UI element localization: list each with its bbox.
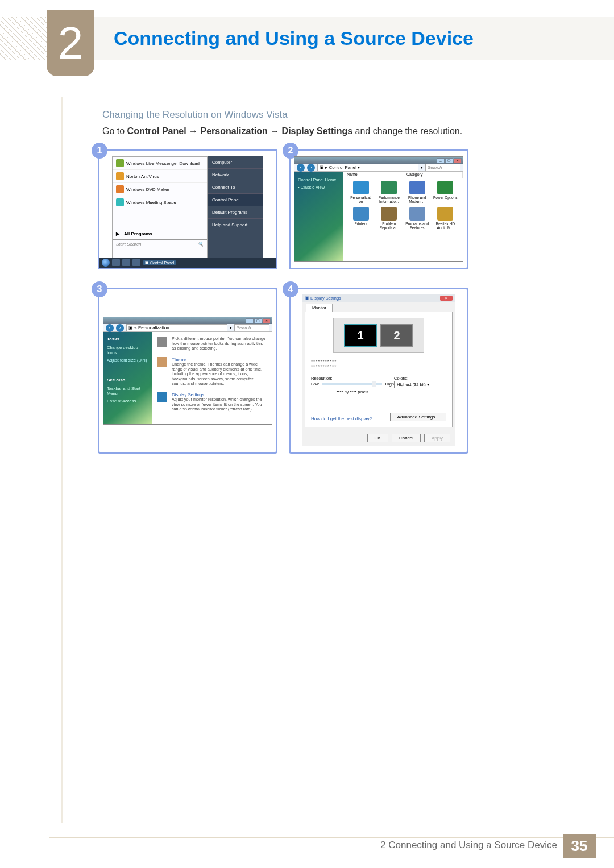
col-name[interactable]: Name (343, 172, 403, 178)
figure-grid: 1 Windows Live Messenger DownloadNorton … (98, 149, 468, 454)
best-display-link[interactable]: How do I get the best display? (311, 416, 372, 421)
figure-2: 2 _ ▢ × ‹ › ▣ ▸ Control Panel ▸ ▾ Search… (289, 149, 468, 269)
personalization-block[interactable]: ThemeChange the theme. Themes can change… (157, 357, 267, 387)
minimize-button[interactable]: _ (437, 158, 445, 163)
figure-4: 4 ▣ Display Settings × Monitor 1 2 *****… (289, 288, 468, 454)
cp-classic-link[interactable]: Classic View (298, 184, 340, 191)
maximize-button[interactable]: ▢ (445, 158, 453, 163)
start-item[interactable]: Windows Live Messenger Download (113, 157, 207, 170)
start-menu: Windows Live Messenger DownloadNorton An… (112, 156, 263, 262)
personalization-window: _ ▢ × ‹ › ▣ « Personalization ▾ Search T… (103, 317, 272, 425)
monitor-1[interactable]: 1 (344, 324, 377, 347)
cp-item[interactable]: Programs and Features (404, 207, 430, 230)
tab-page: 1 2 *********** *********** Resolution: … (305, 312, 453, 427)
control-panel-icon: ▣ (145, 260, 149, 265)
dialog-buttons: OK Cancel Apply (302, 430, 455, 446)
start-right-item[interactable]: Help and Support (208, 219, 263, 231)
breadcrumb[interactable]: ▣ « Personalization (126, 324, 227, 331)
address-bar: ‹ › ▣ « Personalization ▾ Search (103, 324, 272, 332)
minimize-button[interactable]: _ (246, 318, 254, 323)
apply-button[interactable]: Apply (424, 434, 450, 442)
cp-item[interactable]: Performance Informatio... (376, 181, 403, 203)
start-item[interactable]: Windows DVD Maker (113, 183, 207, 196)
search-input[interactable]: Search (234, 324, 269, 331)
cp-item-icon (381, 207, 397, 221)
start-right-item[interactable]: Computer (208, 156, 263, 169)
cancel-button[interactable]: Cancel (392, 434, 421, 442)
cp-item-icon (437, 181, 453, 194)
forward-button[interactable]: › (307, 164, 315, 172)
see-also-heading: See also (107, 377, 149, 383)
block-icon (157, 357, 167, 367)
taskbar-item[interactable] (112, 259, 120, 266)
tab-monitor[interactable]: Monitor (306, 304, 333, 312)
monitor-2[interactable]: 2 (380, 324, 413, 347)
all-programs[interactable]: ▶All Programs (113, 229, 207, 239)
advanced-settings-button[interactable]: Advanced Settings... (390, 413, 446, 421)
start-right-item[interactable]: Default Programs (208, 206, 263, 219)
close-button[interactable]: × (440, 296, 453, 301)
figure-badge-3: 3 (92, 281, 107, 297)
personalization-sidebar: Tasks Change desktop icons Adjust font s… (103, 332, 152, 424)
breadcrumb[interactable]: ▣ ▸ Control Panel ▸ (317, 164, 418, 171)
slider-low: Low (311, 381, 319, 387)
taskbar-control-panel[interactable]: ▣Control Panel (143, 260, 176, 265)
colors-select[interactable]: Highest (32 bit) ▾ (394, 381, 432, 388)
masked-text: *********** (311, 359, 446, 364)
maximize-button[interactable]: ▢ (254, 318, 262, 323)
header-hatch (0, 17, 47, 60)
taskbar-item[interactable] (122, 259, 130, 266)
cp-item[interactable]: Personalizati on (348, 181, 374, 203)
slider-high: High (385, 381, 394, 387)
left-rule (61, 97, 63, 823)
forward-button[interactable]: › (116, 324, 124, 332)
see-also-link[interactable]: Ease of Access (107, 397, 149, 405)
cp-item[interactable]: Printers (348, 207, 374, 230)
display-settings-dialog: ▣ Display Settings × Monitor 1 2 *******… (302, 294, 455, 446)
task-link[interactable]: Adjust font size (DPI) (107, 356, 149, 364)
window-titlebar: _ ▢ × (103, 317, 272, 324)
personalization-block[interactable]: Pick a different mouse pointer. You can … (157, 337, 267, 351)
start-orb-icon[interactable] (102, 259, 110, 267)
section-title: Changing the Resolution on Windows Vista (102, 109, 288, 121)
cp-item-icon (353, 181, 369, 194)
cp-home-link[interactable]: Control Panel Home (298, 176, 340, 184)
start-right-item[interactable]: Control Panel (208, 194, 263, 206)
cp-item[interactable]: Power Options (433, 181, 459, 203)
monitor-preview: 1 2 (333, 318, 424, 353)
start-right-item[interactable]: Network (208, 169, 263, 181)
personalization-block[interactable]: Display SettingsAdjust your monitor reso… (157, 392, 267, 412)
start-item[interactable]: Norton AntiVirus (113, 170, 207, 183)
resolution-slider[interactable] (322, 383, 382, 385)
see-also-link[interactable]: Taskbar and Start Menu (107, 385, 149, 397)
figure-3: 3 _ ▢ × ‹ › ▣ « Personalization ▾ Search… (98, 288, 277, 454)
app-icon (116, 172, 124, 180)
close-button[interactable]: × (454, 158, 462, 163)
start-search[interactable]: Start Search🔍 (113, 239, 207, 248)
cp-item[interactable]: Phone and Modem ... (404, 181, 430, 203)
cp-item[interactable]: Realtek HD Audio M... (433, 207, 459, 230)
cp-item[interactable]: Problem Reports a... (376, 207, 403, 230)
search-input[interactable]: Search (425, 164, 460, 171)
slider-thumb[interactable] (372, 381, 376, 387)
taskbar-item[interactable] (132, 259, 140, 266)
start-right-item[interactable]: Connect To (208, 181, 263, 194)
chapter-badge: 2 (47, 10, 94, 76)
footer-rule (49, 837, 614, 838)
colors-label: Colors: (394, 376, 446, 381)
address-bar: ‹ › ▣ ▸ Control Panel ▸ ▾ Search (294, 164, 463, 172)
app-icon (116, 198, 124, 206)
cp-item-icon (409, 207, 425, 221)
tasks-heading: Tasks (107, 337, 149, 342)
resolution-value: **** by **** pixels (311, 389, 394, 394)
back-button[interactable]: ‹ (106, 324, 114, 332)
back-button[interactable]: ‹ (297, 164, 305, 172)
footer-page-number: 35 (563, 834, 596, 858)
task-link[interactable]: Change desktop icons (107, 344, 149, 356)
col-category[interactable]: Category (403, 172, 463, 178)
start-item[interactable]: Windows Meeting Space (113, 196, 207, 209)
close-button[interactable]: × (263, 318, 271, 323)
figure-badge-1: 1 (92, 143, 107, 159)
masked-text: *********** (311, 364, 446, 369)
ok-button[interactable]: OK (367, 434, 389, 442)
